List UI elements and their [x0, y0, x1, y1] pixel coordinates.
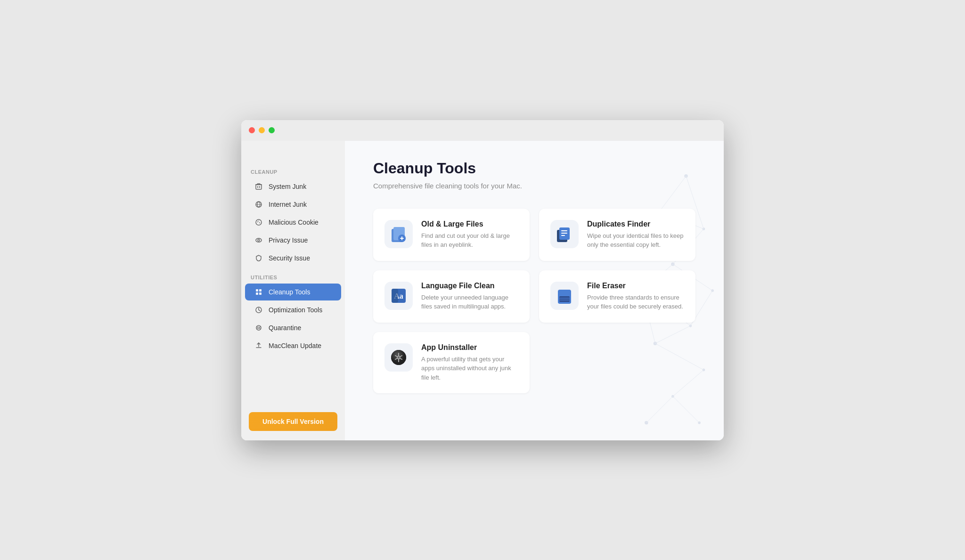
svg-rect-14 — [256, 292, 258, 295]
svg-rect-12 — [256, 289, 258, 292]
language-file-clean-icon: Aa — [384, 282, 413, 310]
sidebar-item-label: Quarantine — [269, 324, 301, 332]
duplicates-finder-icon — [550, 220, 579, 248]
old-large-files-icon — [384, 220, 413, 248]
maximize-button[interactable] — [269, 127, 275, 133]
app-uninstaller-name: App Uninstaller — [421, 343, 518, 352]
old-large-files-name: Old & Large Files — [421, 220, 518, 228]
sidebar-item-label: Privacy Issue — [269, 236, 308, 244]
sidebar-item-label: Optimization Tools — [269, 306, 322, 314]
sidebar-item-label: Malicious Cookie — [269, 219, 319, 226]
sidebar-bottom: Unlock Full Version — [241, 403, 345, 440]
svg-point-10 — [256, 238, 262, 242]
svg-rect-0 — [256, 185, 262, 189]
quarantine-icon — [254, 324, 263, 332]
sidebar-item-label: Internet Junk — [269, 201, 307, 208]
svg-point-9 — [258, 220, 259, 221]
duplicates-finder-name: Duplicates Finder — [587, 220, 684, 228]
file-eraser-icon — [550, 282, 579, 310]
app-uninstaller-info: App Uninstaller A powerful utility that … — [421, 343, 518, 382]
sidebar-item-optimization-tools[interactable]: Optimization Tools — [245, 301, 341, 318]
duplicates-finder-desc: Wipe out your identical files to keep on… — [587, 231, 684, 250]
optimization-tools-icon — [254, 306, 263, 314]
svg-point-32 — [698, 421, 701, 424]
language-file-clean-info: Language File Clean Delete your unneeded… — [421, 282, 518, 311]
svg-rect-59 — [559, 296, 570, 302]
svg-rect-13 — [259, 289, 262, 292]
unlock-full-version-button[interactable]: Unlock Full Version — [249, 412, 337, 431]
sidebar-item-cleanup-tools[interactable]: Cleanup Tools — [245, 284, 341, 300]
malicious-cookie-icon — [254, 218, 263, 227]
svg-rect-57 — [392, 289, 398, 303]
cleanup-section-label: Cleanup — [241, 162, 345, 178]
language-file-clean-name: Language File Clean — [421, 282, 518, 290]
svg-point-11 — [258, 239, 260, 241]
svg-rect-15 — [259, 292, 262, 295]
old-large-files-info: Old & Large Files Find and cut out your … — [421, 220, 518, 250]
titlebar — [241, 120, 724, 141]
language-file-clean-desc: Delete your unneeded language files save… — [421, 293, 518, 311]
duplicates-finder-info: Duplicates Finder Wipe out your identica… — [587, 220, 684, 250]
cleanup-tools-icon — [254, 288, 263, 296]
tool-card-language-file-clean[interactable]: Aa Language File Clean Delete your unnee… — [373, 270, 530, 323]
minimize-button[interactable] — [259, 127, 265, 133]
svg-point-67 — [397, 356, 400, 359]
main-content: Cleanup Tools Comprehensive file cleanin… — [345, 141, 724, 440]
macclean-update-icon — [254, 341, 263, 350]
app-uninstaller-desc: A powerful utility that gets your apps u… — [421, 355, 518, 382]
tool-card-duplicates-finder[interactable]: Duplicates Finder Wipe out your identica… — [539, 209, 695, 261]
sidebar-item-security-issue[interactable]: Security Issue — [245, 250, 341, 267]
tool-card-old-large-files[interactable]: Old & Large Files Find and cut out your … — [373, 209, 530, 261]
svg-point-7 — [257, 221, 258, 222]
app-uninstaller-icon — [384, 343, 413, 372]
file-eraser-desc: Provide three standards to ensure your f… — [587, 293, 684, 311]
sidebar-item-quarantine[interactable]: Quarantine — [245, 319, 341, 336]
tools-grid: Old & Large Files Find and cut out your … — [373, 209, 695, 394]
old-large-files-desc: Find and cut out your old & large files … — [421, 231, 518, 250]
sidebar-item-internet-junk[interactable]: Internet Junk — [245, 196, 341, 213]
privacy-issue-icon — [254, 236, 263, 244]
svg-point-8 — [259, 222, 260, 223]
close-button[interactable] — [249, 127, 255, 133]
svg-point-6 — [256, 219, 262, 225]
svg-point-31 — [645, 421, 648, 424]
sidebar-item-label: MacClean Update — [269, 342, 321, 349]
sidebar-item-label: Security Issue — [269, 254, 310, 262]
internet-junk-icon — [254, 200, 263, 209]
sidebar-item-system-junk[interactable]: System Junk — [245, 178, 341, 195]
sidebar: Cleanup System Junk — [241, 141, 345, 440]
sidebar-item-label: Cleanup Tools — [269, 288, 310, 296]
content-area: Cleanup Tools Comprehensive file cleanin… — [345, 141, 724, 413]
sidebar-item-label: System Junk — [269, 183, 306, 190]
sidebar-item-privacy-issue[interactable]: Privacy Issue — [245, 232, 341, 249]
system-junk-icon — [254, 182, 263, 191]
page-title: Cleanup Tools — [373, 160, 695, 177]
sidebar-item-malicious-cookie[interactable]: Malicious Cookie — [245, 214, 341, 231]
security-issue-icon — [254, 254, 263, 262]
tool-card-app-uninstaller[interactable]: App Uninstaller A powerful utility that … — [373, 332, 530, 394]
page-subtitle: Comprehensive file cleaning tools for yo… — [373, 182, 695, 190]
file-eraser-info: File Eraser Provide three standards to e… — [587, 282, 684, 311]
tool-card-file-eraser[interactable]: File Eraser Provide three standards to e… — [539, 270, 695, 323]
file-eraser-name: File Eraser — [587, 282, 684, 290]
utilities-section-label: Utilities — [241, 267, 345, 283]
sidebar-item-macclean-update[interactable]: MacClean Update — [245, 337, 341, 354]
